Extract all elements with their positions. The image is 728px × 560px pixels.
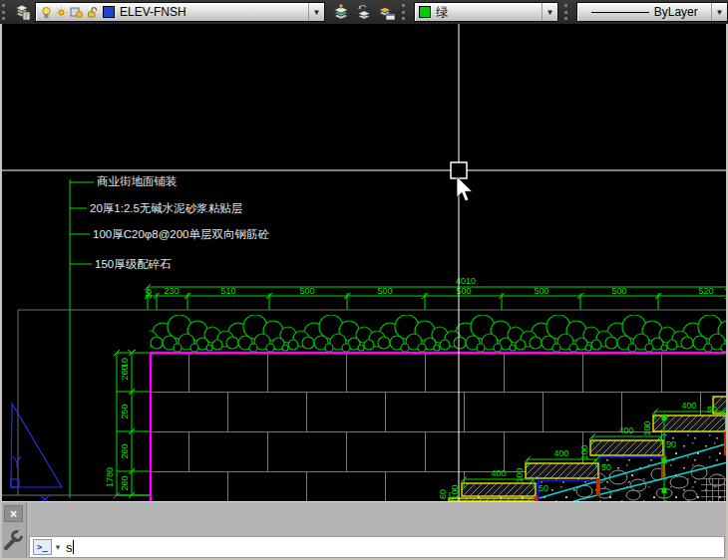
svg-text:260: 260 — [120, 475, 130, 490]
svg-text:50: 50 — [707, 405, 717, 415]
layer-combo-value: ELEV-FNSH — [120, 5, 186, 19]
layer-thaw-sun-icon — [55, 6, 68, 19]
layer-combo[interactable]: ELEV-FNSH ▼ — [35, 2, 325, 22]
svg-text:520: 520 — [698, 286, 713, 296]
command-panel-strip: × — [0, 502, 27, 559]
recent-commands-arrow-icon[interactable]: ▼ — [54, 543, 62, 552]
pickbox — [451, 162, 467, 178]
linetype-combo[interactable]: ByLayer ▼ — [576, 2, 728, 22]
make-layer-current-button[interactable] — [329, 2, 352, 22]
drawing-area[interactable]: 商业街地面铺装 20厚1:2.5无碱水泥砂浆粘贴层 100厚C20φ8@200单… — [0, 24, 728, 501]
svg-text:60: 60 — [438, 489, 448, 499]
svg-text:50: 50 — [601, 462, 611, 472]
spec-note-1: 商业街地面铺装 — [97, 175, 178, 187]
svg-text:260: 260 — [120, 443, 130, 458]
toolbar-grip[interactable] — [2, 4, 9, 20]
color-combo-value: 绿 — [436, 4, 448, 21]
command-line-panel: × 正在重生成模型。 命令: R REDRAW >_ ▼ s — [0, 501, 728, 559]
spec-note-3: 100厚C20φ8@200单层双向钢筋砼 — [93, 228, 269, 240]
corner-grid-hatch — [701, 478, 728, 501]
layer-on-bulb-icon — [40, 6, 53, 19]
command-input-row[interactable]: >_ ▼ s — [29, 536, 725, 558]
layer-previous-button[interactable] — [352, 2, 375, 22]
svg-text:260: 260 — [120, 365, 130, 380]
svg-text:100: 100 — [579, 444, 589, 459]
svg-text:50: 50 — [539, 483, 548, 493]
toolbar-grip-2[interactable] — [402, 4, 409, 20]
svg-text:500: 500 — [611, 286, 626, 296]
svg-text:30: 30 — [144, 289, 154, 299]
shrub-band — [150, 315, 728, 353]
svg-text:510: 510 — [220, 286, 235, 296]
command-input-value[interactable]: s — [66, 540, 73, 555]
svg-text:400: 400 — [553, 448, 568, 458]
window-edge-left — [0, 24, 2, 560]
svg-text:500: 500 — [299, 286, 314, 296]
svg-text:50: 50 — [666, 439, 676, 449]
svg-text:500: 500 — [377, 286, 392, 296]
text-caret — [73, 540, 74, 554]
close-command-panel-button[interactable]: × — [4, 505, 23, 522]
svg-text:1780: 1780 — [105, 467, 115, 487]
layer-viewport-freeze-icon — [70, 6, 84, 19]
spec-note-4: 150厚级配碎石 — [95, 258, 172, 270]
customize-wrench-icon[interactable] — [1, 528, 25, 552]
layer-previous-icon — [355, 3, 373, 21]
make-layer-current-icon — [332, 3, 350, 21]
linetype-combo-value: ByLayer — [654, 5, 698, 19]
layer-states-icon — [377, 3, 396, 21]
layer-unlock-icon — [86, 6, 99, 19]
svg-text:100: 100 — [515, 467, 525, 482]
spec-leader-lines — [70, 179, 94, 498]
svg-text:400: 400 — [618, 425, 633, 435]
layer-states-button[interactable] — [375, 2, 398, 22]
layer-properties-icon — [14, 3, 32, 21]
svg-text:100: 100 — [642, 420, 652, 435]
triangle-drawing — [11, 404, 62, 501]
svg-text:230: 230 — [164, 286, 179, 296]
layer-combo-dropdown-arrow[interactable]: ▼ — [308, 3, 324, 21]
linetype-sample-line — [591, 12, 649, 13]
linetype-combo-dropdown-arrow[interactable]: ▼ — [711, 3, 727, 21]
spec-notes: 商业街地面铺装 20厚1:2.5无碱水泥砂浆粘贴层 100厚C20φ8@200单… — [90, 175, 269, 270]
color-combo[interactable]: 绿 ▼ — [414, 2, 558, 22]
svg-text:400: 400 — [681, 401, 696, 411]
left-dimension-chain: 10 260 250 260 260 1780 — [105, 350, 152, 498]
spec-note-2: 20厚1:2.5无碱水泥砂浆粘贴层 — [90, 202, 242, 214]
svg-text:250: 250 — [120, 404, 130, 419]
color-combo-dropdown-arrow[interactable]: ▼ — [542, 3, 557, 21]
drawing-canvas[interactable]: 商业街地面铺装 20厚1:2.5无碱水泥砂浆粘贴层 100厚C20φ8@200单… — [0, 24, 728, 501]
layers-toolbar: ELEV-FNSH ▼ 绿 ▼ ByL — [0, 0, 728, 25]
command-prompt-icon[interactable]: >_ — [33, 539, 52, 555]
toolbar-grip-3[interactable] — [564, 4, 571, 20]
layer-properties-button[interactable] — [12, 2, 35, 22]
svg-text:400: 400 — [491, 468, 506, 478]
autocad-window: { "toolbar": { "layer_panel_value": "ELE… — [0, 0, 728, 560]
svg-text:500: 500 — [534, 286, 548, 296]
top-dimension-chain: 4010 30 230 510 500 500 500 500 500 520 — [144, 276, 728, 310]
current-color-swatch — [419, 6, 431, 18]
layer-color-swatch — [103, 6, 115, 18]
